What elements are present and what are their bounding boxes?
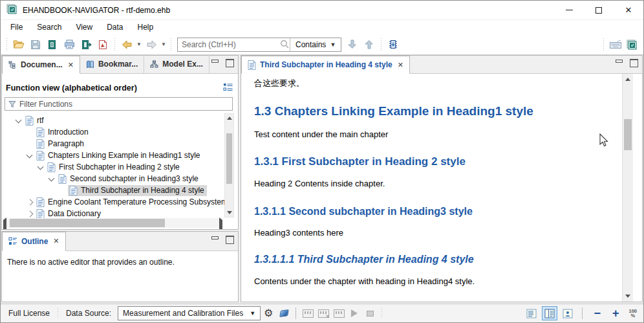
scroll-down-icon[interactable] bbox=[225, 208, 233, 217]
close-icon[interactable]: ✕ bbox=[53, 237, 59, 245]
start-measurement-button[interactable] bbox=[347, 306, 362, 320]
about-ehandbook-button[interactable] bbox=[624, 37, 641, 52]
forward-button[interactable] bbox=[143, 37, 160, 52]
app-window: EHANDBOOK-NAVIGATOR - rtf-demo.ehb ✕ Fil… bbox=[0, 0, 644, 323]
filter-funnel-icon bbox=[8, 100, 16, 108]
heading-1-3: 1.3 Chapters Linking Example in Heading1… bbox=[254, 104, 616, 119]
add-handbook-button[interactable] bbox=[44, 37, 61, 52]
save-button[interactable] bbox=[27, 37, 44, 52]
single-page-view-button[interactable] bbox=[524, 306, 539, 320]
filter-functions-input[interactable] bbox=[19, 100, 229, 109]
view-menu-icon[interactable] bbox=[223, 83, 233, 93]
scroll-up-icon[interactable] bbox=[623, 75, 633, 84]
menu-data[interactable]: Data bbox=[100, 21, 130, 33]
scrollbar-thumb[interactable] bbox=[624, 119, 632, 150]
tree-item-chapters-linking[interactable]: Chapters Linking Example in Heading1 sty… bbox=[2, 150, 221, 161]
document-icon bbox=[36, 197, 45, 207]
search-input[interactable] bbox=[178, 39, 280, 50]
menu-view[interactable]: View bbox=[69, 21, 100, 33]
keyboard-shortcuts-button[interactable] bbox=[607, 37, 624, 52]
tab-documents[interactable]: Documen... ✕ bbox=[2, 56, 80, 74]
tab-bookmarks[interactable]: Bookmar... bbox=[80, 55, 144, 73]
tree-vertical-scrollbar[interactable] bbox=[224, 113, 234, 217]
scroll-up-icon[interactable] bbox=[225, 114, 233, 122]
panel-minimize-icon[interactable] bbox=[211, 236, 219, 243]
tab-outline[interactable]: Outline ✕ bbox=[2, 232, 66, 251]
zoom-reset-button[interactable]: 100 % bbox=[626, 309, 639, 318]
export-pdf-button[interactable] bbox=[94, 37, 111, 52]
minimize-button[interactable] bbox=[554, 1, 584, 19]
menu-file[interactable]: File bbox=[3, 21, 30, 33]
tree-item-engine-coolant[interactable]: Engine Coolant Temperature Processing Su… bbox=[2, 196, 221, 208]
tree-item-rtf[interactable]: rtf bbox=[2, 115, 221, 126]
panel-maximize-icon[interactable] bbox=[226, 236, 234, 243]
chevron-right-icon[interactable] bbox=[25, 197, 35, 207]
data-cube-icon bbox=[279, 309, 289, 317]
search-previous-button[interactable] bbox=[361, 37, 378, 52]
zoom-out-button[interactable]: − bbox=[589, 307, 605, 319]
reader-view-button[interactable] bbox=[560, 306, 575, 320]
document-icon bbox=[36, 209, 45, 219]
scroll-down-icon[interactable] bbox=[623, 292, 633, 300]
scroll-right-icon[interactable] bbox=[219, 220, 222, 229]
scrollbar-thumb[interactable] bbox=[10, 219, 165, 227]
close-icon[interactable]: ✕ bbox=[68, 61, 74, 69]
ehandbook-icon bbox=[627, 39, 638, 50]
open-button[interactable] bbox=[10, 37, 27, 52]
search-mode-dropdown[interactable]: Contains ▼ bbox=[290, 40, 341, 49]
tree-item-second-subchapter[interactable]: Second subchapter in Heading3 style bbox=[2, 173, 221, 184]
selected-tree-item[interactable]: Third Subchapter in Heading 4 style bbox=[68, 185, 207, 196]
scrollbar-thumb[interactable] bbox=[226, 133, 232, 184]
zoom-in-button[interactable]: + bbox=[608, 307, 624, 319]
measurement-device-button[interactable] bbox=[300, 306, 316, 320]
export-handbook-button[interactable] bbox=[78, 37, 94, 52]
license-status: Full License bbox=[5, 309, 54, 318]
tree-horizontal-scrollbar[interactable] bbox=[3, 218, 222, 228]
back-arrow-icon bbox=[122, 40, 133, 49]
tree-item-third-subchapter[interactable]: Third Subchapter in Heading 4 style bbox=[2, 184, 221, 196]
chevron-down-icon[interactable] bbox=[47, 173, 57, 184]
chevron-placeholder bbox=[25, 127, 35, 137]
tree-item-paragraph[interactable]: Paragraph bbox=[2, 138, 221, 150]
paragraph: Heading 2 Contents inside chapter. bbox=[254, 179, 616, 188]
search-next-button[interactable] bbox=[344, 37, 361, 52]
panel-minimize-icon[interactable] bbox=[615, 59, 623, 66]
close-button[interactable]: ✕ bbox=[614, 1, 643, 19]
maximize-button[interactable] bbox=[584, 1, 614, 19]
disconnect-device-button[interactable] bbox=[316, 306, 331, 320]
forward-history-caret[interactable]: ▼ bbox=[160, 37, 167, 52]
heading-1-3-1-1: 1.3.1.1 Second subchapter in Heading3 st… bbox=[254, 205, 616, 217]
show-in-model-explorer-button[interactable] bbox=[385, 37, 402, 52]
tab-model-explorer[interactable]: Model Ex... bbox=[144, 55, 209, 73]
back-button[interactable] bbox=[118, 37, 135, 52]
data-source-dropdown[interactable]: Measurement and Calibration Files ▼ bbox=[118, 306, 261, 320]
tree-item-first-subchapter[interactable]: First Subchapter in Heading 2 style bbox=[2, 161, 221, 173]
menu-search[interactable]: Search bbox=[30, 21, 69, 33]
panel-maximize-icon[interactable] bbox=[630, 59, 638, 66]
document-icon bbox=[69, 186, 78, 195]
print-button[interactable] bbox=[61, 37, 78, 52]
tree-item-introduction[interactable]: Introduction bbox=[2, 126, 221, 138]
device-config-button[interactable] bbox=[331, 306, 347, 320]
panel-minimize-icon[interactable] bbox=[211, 59, 219, 66]
statusbar-divider bbox=[295, 307, 296, 319]
editor-vertical-scrollbar[interactable] bbox=[622, 74, 633, 302]
close-icon[interactable]: ✕ bbox=[398, 61, 403, 69]
load-data-button[interactable] bbox=[276, 306, 292, 320]
back-history-caret[interactable]: ▼ bbox=[135, 37, 143, 52]
scroll-left-icon[interactable] bbox=[3, 220, 6, 229]
tab-editor-third-subchapter[interactable]: Third Subchapter in Heading 4 style ✕ bbox=[241, 56, 410, 74]
document-icon bbox=[58, 174, 67, 184]
menu-help[interactable]: Help bbox=[131, 21, 161, 33]
chevron-down-icon[interactable] bbox=[36, 162, 46, 172]
split-view-button[interactable] bbox=[542, 306, 557, 320]
documents-panel: Documen... ✕ Bookmar... Model Ex... bbox=[1, 55, 239, 230]
editor-content[interactable]: 合这些要求。 1.3 Chapters Linking Example in H… bbox=[241, 74, 642, 302]
chevron-down-icon[interactable] bbox=[14, 115, 24, 126]
chevron-down-icon[interactable] bbox=[25, 150, 35, 161]
panel-maximize-icon[interactable] bbox=[226, 59, 234, 66]
data-source-settings-button[interactable]: ⚙ bbox=[261, 306, 276, 320]
stop-measurement-button[interactable] bbox=[362, 306, 378, 320]
statusbar-divider bbox=[582, 307, 583, 319]
heading-1-3-1-1-1: 1.3.1.1.1 Third Subchapter in Heading 4 … bbox=[254, 253, 616, 265]
